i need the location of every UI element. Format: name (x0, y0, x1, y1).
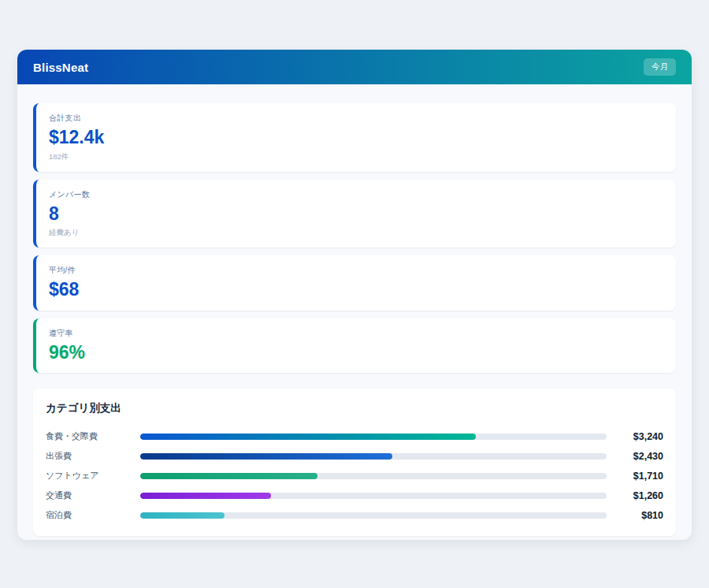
category-bar-fill (140, 434, 476, 440)
category-spend-card: カテゴリ別支出 食費・交際費 $3,240 出張費 $2,430 ソフトウェア … (33, 389, 676, 536)
stat-sub: 182件 (49, 152, 663, 162)
category-bar-fill (140, 453, 392, 460)
category-row: 出張費 $2,430 (46, 446, 663, 466)
category-card-title: カテゴリ別支出 (46, 401, 663, 415)
category-amount: $1,260 (618, 490, 663, 501)
category-label: ソフトウェア (46, 470, 140, 482)
stat-value: $68 (49, 279, 663, 301)
stat-sub: 経費あり (49, 228, 663, 238)
app-header: BlissNeat 今月 (17, 50, 692, 84)
stat-value: $12.4k (49, 127, 663, 149)
stat-card-compliance: 遵守率 96% (33, 318, 676, 374)
category-label: 食費・交際費 (46, 430, 140, 442)
category-bar-track (140, 453, 607, 460)
category-row: 宿泊費 $810 (46, 505, 663, 525)
category-bar-fill (140, 493, 271, 499)
category-bar-track (140, 512, 607, 519)
category-amount: $1,710 (618, 471, 663, 482)
category-bar-track (140, 473, 607, 479)
stat-label: 遵守率 (49, 328, 663, 339)
stat-label: 合計支出 (49, 113, 663, 124)
stat-label: 平均/件 (49, 265, 663, 276)
stat-label: メンバー数 (49, 189, 663, 200)
stat-card-average: 平均/件 $68 (33, 255, 676, 311)
category-amount: $810 (618, 510, 663, 521)
category-row: ソフトウェア $1,710 (46, 466, 663, 486)
stat-card-total-spend: 合計支出 $12.4k 182件 (33, 103, 676, 172)
stat-card-members: メンバー数 8 経費あり (33, 180, 676, 248)
category-bar-fill (140, 512, 225, 519)
stat-value: 96% (49, 342, 663, 364)
category-row: 食費・交際費 $3,240 (46, 426, 663, 446)
category-label: 出張費 (46, 450, 140, 462)
category-label: 宿泊費 (46, 509, 140, 521)
category-bar-track (140, 434, 607, 440)
category-amount: $3,240 (618, 431, 663, 442)
category-label: 交通費 (46, 489, 140, 501)
stat-value: 8 (49, 203, 663, 225)
app-title: BlissNeat (33, 61, 88, 74)
category-bar-track (140, 493, 607, 499)
dashboard-content: 合計支出 $12.4k 182件 メンバー数 8 経費あり 平均/件 $68 遵… (17, 84, 692, 536)
category-amount: $2,430 (618, 451, 663, 462)
category-row: 交通費 $1,260 (46, 486, 663, 505)
category-bar-fill (140, 473, 317, 479)
period-badge[interactable]: 今月 (644, 58, 676, 76)
dashboard-card: BlissNeat 今月 合計支出 $12.4k 182件 メンバー数 8 経費… (17, 50, 692, 540)
